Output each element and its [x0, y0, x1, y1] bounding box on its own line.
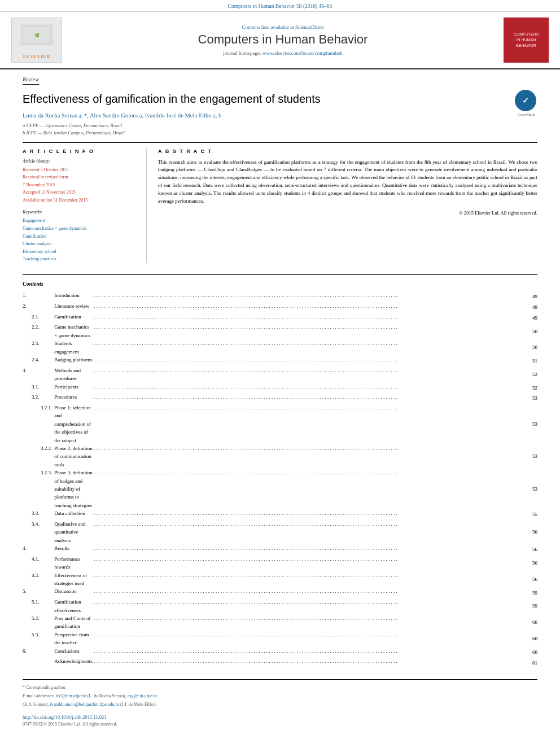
citation-text: Computers in Human Behavior 58 (2016) 48…: [228, 3, 333, 9]
toc-row: 3.2. Procedures . . . . . . . . . . . . …: [23, 393, 537, 404]
affiliations: a UFPE — Informatics Center, Pernambuco,…: [23, 122, 537, 137]
homepage-label: journal homepage:: [223, 50, 261, 56]
toc-page: 49: [531, 302, 537, 313]
toc-label: Results: [54, 544, 93, 555]
toc-row: 5.3. Perspective from the teacher . . . …: [23, 631, 537, 647]
toc-num: 4.1.: [23, 555, 54, 571]
toc-page: 50: [531, 323, 537, 339]
toc-row: 2.1. Gamification . . . . . . . . . . . …: [23, 313, 537, 324]
toc-page: 59: [531, 587, 537, 598]
contents-heading: Contents: [23, 281, 537, 287]
journal-cover-logo: COMPUTERSIN HUMANBEHAVIOR: [504, 18, 549, 63]
elsevier-logo-left: 🌿 ELSEVIER: [11, 18, 62, 63]
sciencedirect-link: Contents lists available at ScienceDirec…: [68, 24, 498, 30]
toc-page: 56: [531, 544, 537, 555]
toc-num: 3.2.3.: [23, 469, 54, 509]
elsevier-wordmark: ELSEVIER: [23, 54, 50, 59]
toc-dots: . . . . . . . . . . . . . . . . . . . . …: [93, 509, 531, 520]
toc-num: 5.2.: [23, 614, 54, 631]
revised-label: Received in revised form: [23, 173, 138, 181]
toc-row: 4.1. Performance rewards . . . . . . . .…: [23, 555, 537, 571]
toc-dots: . . . . . . . . . . . . . . . . . . . . …: [93, 631, 531, 647]
toc-dots: . . . . . . . . . . . . . . . . . . . . …: [93, 393, 531, 404]
keyword-4: Elementary school: [23, 248, 138, 256]
toc-dots: . . . . . . . . . . . . . . . . . . . . …: [93, 383, 531, 394]
toc-label: Performance rewards: [54, 555, 93, 571]
toc-label: Badging platforms: [54, 356, 93, 366]
toc-dots: . . . . . . . . . . . . . . . . . . . . …: [93, 571, 531, 588]
elsevier-tree-icon: 🌿: [17, 21, 56, 52]
toc-page: 56: [531, 555, 537, 571]
toc-dots: . . . . . . . . . . . . . . . . . . . . …: [93, 598, 531, 614]
toc-row: Acknowledgments . . . . . . . . . . . . …: [23, 657, 537, 668]
doi-link[interactable]: http://dx.doi.org/10.1016/j.chb.2015.11.…: [23, 714, 107, 720]
toc-label: Methods and procedures: [54, 366, 93, 383]
revised-date: 7 November 2015: [23, 181, 138, 189]
toc-dots: . . . . . . . . . . . . . . . . . . . . …: [93, 657, 531, 668]
toc-page: 52: [531, 383, 537, 394]
toc-label: Participants: [54, 383, 93, 394]
toc-dots: . . . . . . . . . . . . . . . . . . . . …: [93, 323, 531, 339]
toc-num: 3.2.: [23, 393, 54, 404]
crossmark-badge: ✓ CrossMark: [515, 90, 537, 112]
email-melo[interactable]: ivanildo.melo@belojardim.ifpe.edu.br: [50, 702, 119, 707]
keyword-1: Game mechanics × game dynamics: [23, 225, 138, 233]
toc-row: 3.1. Participants . . . . . . . . . . . …: [23, 383, 537, 394]
toc-num: 3.: [23, 366, 54, 383]
email-seixas[interactable]: lrs3@cin.ufpe.br: [56, 693, 86, 698]
toc-row: 2.2. Game mechanics × game dynamics . . …: [23, 323, 537, 339]
issn-line: 0747-5632/© 2015 Elsevier Ltd. All right…: [23, 722, 537, 727]
authors-text: Luma da Rocha Seixas a, *, Alex Sandro G…: [23, 112, 221, 119]
toc-num: 3.4.: [23, 520, 54, 544]
toc-page: 49: [531, 291, 537, 302]
toc-label: Procedures: [54, 393, 93, 404]
toc-num: 5.: [23, 587, 54, 598]
email-addresses: E-mail addresses: lrs3@cin.ufpe.br (L. d…: [23, 693, 537, 700]
corresponding-note: * Corresponding author.: [23, 684, 537, 691]
toc-table: 1. Introduction . . . . . . . . . . . . …: [23, 291, 537, 668]
toc-num: 5.3.: [23, 631, 54, 647]
toc-dots: . . . . . . . . . . . . . . . . . . . . …: [93, 647, 531, 658]
toc-row: 3. Methods and procedures . . . . . . . …: [23, 366, 537, 383]
history-label: Article history:: [23, 159, 138, 164]
toc-row: 2.3. Students engagement . . . . . . . .…: [23, 339, 537, 356]
toc-num: 2.3.: [23, 339, 54, 356]
doi-section: http://dx.doi.org/10.1016/j.chb.2015.11.…: [23, 714, 537, 727]
toc-row: 3.2.1. Phase 1; selection and comprehens…: [23, 404, 537, 444]
article-title-text: Effectiveness of gamification in the eng…: [23, 91, 321, 106]
toc-dots: . . . . . . . . . . . . . . . . . . . . …: [93, 291, 531, 302]
toc-page: 56: [531, 571, 537, 588]
toc-page: 60: [531, 614, 537, 631]
toc-label: Conclusions: [54, 647, 93, 658]
elsevier-logo-box: 🌿 ELSEVIER: [11, 18, 62, 63]
toc-num: 2.4.: [23, 356, 54, 366]
toc-label: Qualitative and quantitative analysis: [54, 520, 93, 544]
toc-row: 3.2.3. Phase 3; definition of badges and…: [23, 469, 537, 509]
toc-label: Game mechanics × game dynamics: [54, 323, 93, 339]
journal-homepage: journal homepage: www.elsevier.com/locat…: [68, 50, 498, 56]
toc-row: 4. Results . . . . . . . . . . . . . . .…: [23, 544, 537, 555]
keyword-3: Cluster analysis: [23, 240, 138, 248]
toc-label: Phase 2; definition of communication too…: [54, 444, 93, 469]
toc-row: 2. Literature review . . . . . . . . . .…: [23, 302, 537, 313]
toc-page: 60: [531, 631, 537, 647]
toc-row: 5. Discussion . . . . . . . . . . . . . …: [23, 587, 537, 598]
toc-num: 3.3.: [23, 509, 54, 520]
toc-page: 53: [531, 469, 537, 509]
toc-num: 5.1.: [23, 598, 54, 614]
toc-page: 59: [531, 598, 537, 614]
keywords-list: Engagement Game mechanics × game dynamic…: [23, 217, 138, 263]
toc-num: 6.: [23, 647, 54, 658]
toc-label: Literature review: [54, 302, 93, 313]
toc-num: 2.: [23, 302, 54, 313]
toc-dots: . . . . . . . . . . . . . . . . . . . . …: [93, 587, 531, 598]
toc-num: 4.: [23, 544, 54, 555]
toc-dots: . . . . . . . . . . . . . . . . . . . . …: [93, 469, 531, 509]
toc-dots: . . . . . . . . . . . . . . . . . . . . …: [93, 544, 531, 555]
email-gomes[interactable]: asg@cin.ufpe.br: [128, 693, 158, 698]
email-melo-name: (I.J. de Melo Filho).: [120, 702, 156, 707]
homepage-url[interactable]: www.elsevier.com/locate/comphumbeh: [262, 50, 343, 56]
article-type-label: Review: [23, 76, 39, 85]
crossmark-label: CrossMark: [515, 112, 537, 117]
toc-page: 56: [531, 520, 537, 544]
